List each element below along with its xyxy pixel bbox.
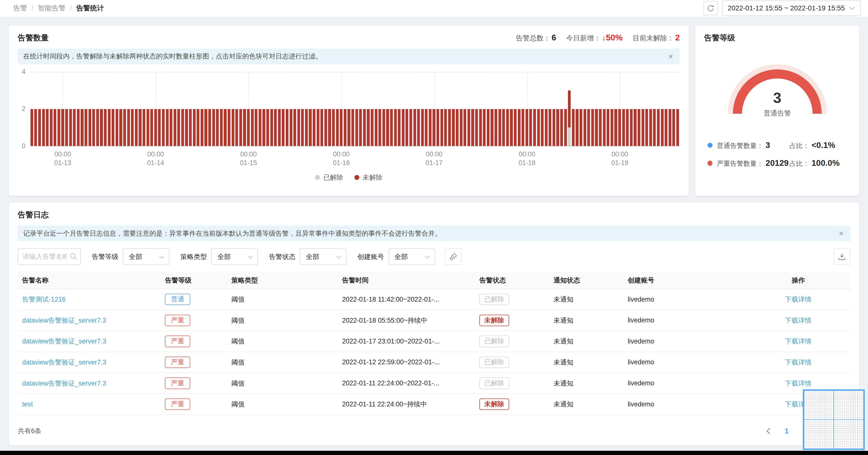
bar[interactable]	[69, 72, 72, 146]
bar-segment-unresolved[interactable]	[301, 109, 304, 146]
bar-segment-unresolved[interactable]	[363, 109, 366, 146]
bar[interactable]	[100, 72, 103, 146]
bar-segment-unresolved[interactable]	[61, 109, 64, 146]
bar[interactable]	[409, 72, 412, 146]
bar[interactable]	[119, 72, 122, 146]
bar-segment-unresolved[interactable]	[603, 109, 606, 146]
bar[interactable]	[143, 72, 145, 146]
bar[interactable]	[324, 72, 327, 146]
bar[interactable]	[452, 72, 455, 146]
bar[interactable]	[297, 72, 300, 146]
bar-segment-unresolved[interactable]	[351, 109, 354, 146]
alert-name-link[interactable]: dataview告警验证_server7.3	[22, 337, 106, 345]
bar[interactable]	[38, 72, 41, 146]
bar[interactable]	[147, 72, 149, 146]
bar-segment-unresolved[interactable]	[611, 109, 613, 146]
bar-segment-unresolved[interactable]	[479, 109, 482, 146]
bar[interactable]	[301, 72, 304, 146]
bar-segment-unresolved[interactable]	[116, 109, 118, 146]
download-details-link[interactable]: 下载详情	[785, 359, 811, 366]
bar[interactable]	[642, 72, 644, 146]
bar-segment-resolved[interactable]	[568, 127, 571, 146]
bar[interactable]	[166, 72, 168, 146]
bar-segment-unresolved[interactable]	[483, 109, 486, 146]
bar[interactable]	[607, 72, 609, 146]
bar-segment-unresolved[interactable]	[169, 109, 173, 146]
bar[interactable]	[378, 72, 381, 146]
bar-segment-unresolved[interactable]	[502, 109, 505, 146]
alert-name-link[interactable]: 告警测试-1216	[22, 296, 66, 303]
bar[interactable]	[506, 72, 509, 146]
bar-segment-unresolved[interactable]	[618, 109, 621, 146]
bar-segment-unresolved[interactable]	[568, 91, 571, 128]
bar-segment-unresolved[interactable]	[556, 109, 559, 146]
bar[interactable]	[108, 72, 111, 146]
bar-segment-unresolved[interactable]	[344, 109, 346, 146]
bar-segment-unresolved[interactable]	[599, 109, 602, 146]
bar[interactable]	[336, 72, 339, 146]
bar-segment-unresolved[interactable]	[197, 109, 199, 146]
bar-segment-unresolved[interactable]	[402, 109, 404, 146]
policy-select[interactable]: 全部	[211, 248, 258, 265]
bar[interactable]	[286, 72, 288, 146]
bar-segment-unresolved[interactable]	[475, 109, 478, 146]
bar[interactable]	[622, 72, 625, 146]
bar[interactable]	[309, 72, 311, 146]
bar-segment-unresolved[interactable]	[89, 109, 91, 146]
bar-segment-unresolved[interactable]	[216, 109, 219, 146]
bar[interactable]	[661, 72, 664, 146]
level-select[interactable]: 全部	[123, 248, 169, 265]
bar[interactable]	[123, 72, 126, 146]
bar-segment-unresolved[interactable]	[642, 109, 644, 146]
bar-segment-unresolved[interactable]	[584, 109, 586, 146]
bar[interactable]	[448, 72, 451, 146]
bar-segment-unresolved[interactable]	[526, 109, 528, 146]
bar[interactable]	[131, 72, 134, 146]
bar[interactable]	[340, 72, 342, 146]
bar[interactable]	[220, 72, 223, 146]
bar-segment-unresolved[interactable]	[607, 109, 609, 146]
bar[interactable]	[73, 72, 75, 146]
bar-segment-unresolved[interactable]	[92, 109, 95, 146]
bar[interactable]	[591, 72, 594, 146]
bar[interactable]	[305, 72, 308, 146]
bar-segment-unresolved[interactable]	[181, 109, 184, 146]
bar-segment-unresolved[interactable]	[657, 109, 660, 146]
bar-segment-unresolved[interactable]	[131, 109, 134, 146]
bar-segment-unresolved[interactable]	[243, 109, 246, 146]
bar-segment-unresolved[interactable]	[297, 109, 300, 146]
bar[interactable]	[224, 72, 226, 146]
bar-segment-unresolved[interactable]	[228, 109, 230, 146]
bar[interactable]	[587, 72, 590, 146]
bar-segment-unresolved[interactable]	[448, 109, 451, 146]
bar[interactable]	[193, 72, 196, 146]
bar-segment-unresolved[interactable]	[649, 109, 652, 146]
bar-segment-unresolved[interactable]	[409, 109, 412, 146]
bar[interactable]	[549, 72, 551, 146]
bar[interactable]	[603, 72, 606, 146]
bar[interactable]	[92, 72, 95, 146]
bar-segment-unresolved[interactable]	[355, 109, 358, 146]
bar[interactable]	[158, 72, 161, 146]
bar-segment-unresolved[interactable]	[425, 109, 428, 146]
bar-segment-unresolved[interactable]	[495, 109, 497, 146]
bar[interactable]	[251, 72, 254, 146]
bar-segment-unresolved[interactable]	[638, 109, 640, 146]
bar[interactable]	[444, 72, 447, 146]
bar[interactable]	[483, 72, 486, 146]
bar-segment-unresolved[interactable]	[31, 109, 33, 146]
bar[interactable]	[580, 72, 582, 146]
bar[interactable]	[611, 72, 613, 146]
bar-segment-unresolved[interactable]	[394, 109, 397, 146]
download-details-link[interactable]: 下载详情	[785, 380, 811, 387]
bar-segment-unresolved[interactable]	[235, 109, 238, 146]
bar-segment-unresolved[interactable]	[669, 109, 671, 146]
bar-segment-unresolved[interactable]	[572, 109, 575, 146]
bar[interactable]	[669, 72, 671, 146]
bar[interactable]	[135, 72, 137, 146]
bar-segment-unresolved[interactable]	[313, 109, 315, 146]
bar[interactable]	[189, 72, 192, 146]
bar-segment-unresolved[interactable]	[518, 109, 521, 146]
bar-segment-unresolved[interactable]	[42, 109, 45, 146]
bar-segment-unresolved[interactable]	[65, 109, 68, 146]
